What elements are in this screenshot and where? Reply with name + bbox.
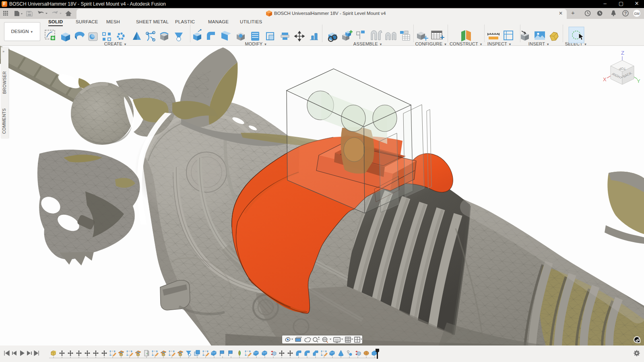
- svg-text:X: X: [603, 76, 607, 82]
- svg-text:TOP: TOP: [619, 67, 626, 71]
- svg-text:Y: Y: [637, 78, 640, 84]
- svg-text:GM: GM: [634, 12, 640, 16]
- svg-text:Z: Z: [621, 50, 624, 56]
- svg-text:?: ?: [624, 11, 627, 16]
